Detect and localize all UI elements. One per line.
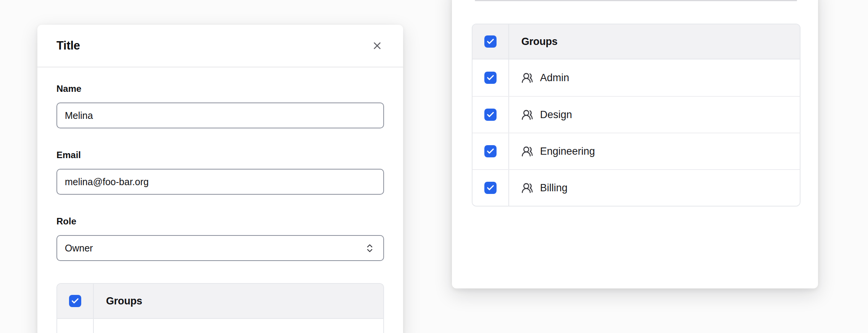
row-checkbox[interactable] <box>484 109 497 121</box>
groups-panel: Groups Admin <box>452 0 818 288</box>
clipped-row-checkbox-cell <box>57 319 94 333</box>
email-field-group: Email <box>56 150 384 195</box>
row-checkbox-cell <box>473 170 509 206</box>
modal-header: Title <box>37 25 403 67</box>
groups-header-label: Groups <box>521 36 558 48</box>
table-row-engineering[interactable]: Engineering <box>473 133 800 169</box>
row-label-cell: Billing <box>509 170 800 206</box>
row-checkbox[interactable] <box>484 72 497 84</box>
modal-body: Name Email Role Owner <box>37 67 403 333</box>
row-checkbox[interactable] <box>484 145 497 157</box>
x-icon <box>371 40 383 51</box>
groups-header-label: Groups <box>106 295 142 307</box>
row-checkbox-cell <box>473 59 509 96</box>
row-checkbox[interactable] <box>484 182 497 194</box>
check-icon <box>486 37 495 46</box>
users-icon <box>521 182 533 194</box>
check-icon <box>486 147 495 155</box>
check-icon <box>486 184 495 192</box>
row-label-cell: Admin <box>509 59 800 96</box>
edit-user-modal: Title Name Email Role Owner <box>37 25 403 333</box>
clipped-row-label-cell <box>94 319 383 333</box>
groups-header-label-cell: Groups <box>509 24 800 59</box>
role-select[interactable]: Owner <box>56 235 384 261</box>
check-icon <box>486 110 495 119</box>
groups-table-header: Groups <box>473 24 800 59</box>
role-select-value: Owner <box>65 243 93 254</box>
users-icon <box>521 146 533 157</box>
email-field-label: Email <box>56 150 384 160</box>
check-icon <box>486 74 495 82</box>
header-checkbox-cell <box>473 24 509 59</box>
name-field-group: Name <box>56 83 384 128</box>
groups-select-all-checkbox[interactable] <box>484 35 497 48</box>
row-label: Design <box>540 109 572 121</box>
name-input[interactable] <box>56 102 384 128</box>
row-checkbox-cell <box>473 133 509 169</box>
modal-groups-table-header: Groups <box>57 284 383 319</box>
row-label: Engineering <box>540 146 595 157</box>
page-canvas: Title Name Email Role Owner <box>0 0 868 333</box>
role-field-label: Role <box>56 216 384 227</box>
table-row-billing[interactable]: Billing <box>473 169 800 206</box>
header-checkbox-cell <box>57 284 94 318</box>
groups-table: Groups Admin <box>472 24 800 207</box>
row-label-cell: Engineering <box>509 133 800 169</box>
row-label-cell: Design <box>509 97 800 133</box>
chevrons-up-down-icon <box>365 243 375 253</box>
email-input[interactable] <box>56 169 384 195</box>
users-icon <box>521 109 533 121</box>
modal-groups-table: Groups <box>56 283 384 333</box>
close-button[interactable] <box>369 37 386 54</box>
name-field-label: Name <box>56 83 384 94</box>
users-icon <box>521 72 533 84</box>
table-row-design[interactable]: Design <box>473 96 800 133</box>
modal-title: Title <box>56 39 80 53</box>
groups-header-label-cell: Groups <box>94 284 383 318</box>
clipped-table-row <box>57 319 383 333</box>
table-row-admin[interactable]: Admin <box>473 59 800 96</box>
row-label: Admin <box>540 72 569 84</box>
row-checkbox-cell <box>473 97 509 133</box>
role-field-group: Role Owner <box>56 216 384 261</box>
row-label: Billing <box>540 182 567 194</box>
groups-select-all-checkbox[interactable] <box>69 295 81 307</box>
check-icon <box>71 297 79 305</box>
clipped-table-bottom-border <box>475 0 797 1</box>
